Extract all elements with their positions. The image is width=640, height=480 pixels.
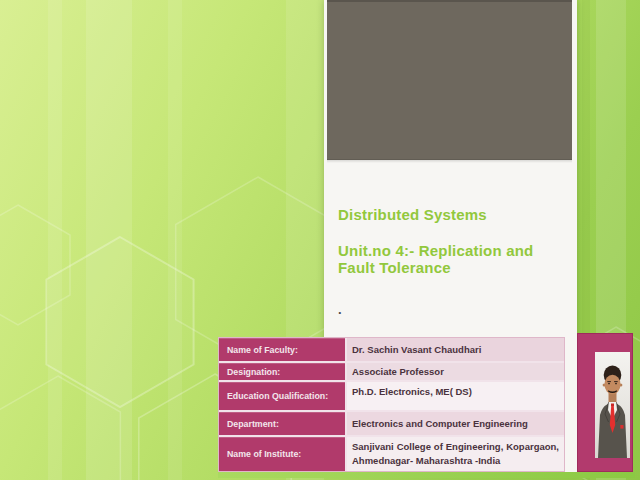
title-line-1: Distributed Systems — [338, 206, 566, 223]
portrait-illustration — [595, 352, 630, 458]
table-label-department: Department: — [219, 412, 345, 435]
title-line-2: Unit.no 4:- Replication and — [338, 242, 566, 259]
background-stripe — [48, 0, 62, 480]
image-placeholder-box — [327, 0, 572, 160]
table-label-designation: Designation: — [219, 363, 345, 380]
presentation-slide: Distributed Systems Unit.no 4:- Replicat… — [0, 0, 640, 480]
table-label-name-of-institute: Name of Institute: — [219, 437, 345, 471]
table-value-name-of-institute: Sanjivani College of Engineering, Koparg… — [347, 437, 564, 471]
title-line-3: Fault Tolerance — [338, 259, 566, 276]
faculty-portrait-photo — [595, 352, 630, 458]
faculty-photo-panel — [577, 333, 633, 472]
table-bottom-accent-bar — [218, 472, 635, 478]
table-label-education-qualification: Education Qualification: — [219, 382, 345, 410]
table-value-designation: Associate Professor — [347, 363, 564, 380]
table-value-education-qualification: Ph.D. Electronics, ME( DS) — [347, 382, 564, 410]
slide-title: Distributed Systems Unit.no 4:- Replicat… — [338, 206, 566, 276]
faculty-info-table: Name of Faculty: Dr. Sachin Vasant Chaud… — [218, 337, 565, 472]
table-label-name-of-faculty: Name of Faculty: — [219, 338, 345, 361]
background-stripe — [86, 0, 132, 480]
bullet-period: . — [338, 302, 342, 317]
title-spacer — [338, 223, 566, 242]
background-stripe — [168, 0, 182, 480]
table-value-department: Electronics and Computer Engineering — [347, 412, 564, 435]
placeholder-shadow — [327, 160, 572, 163]
table-value-name-of-faculty: Dr. Sachin Vasant Chaudhari — [347, 338, 564, 361]
